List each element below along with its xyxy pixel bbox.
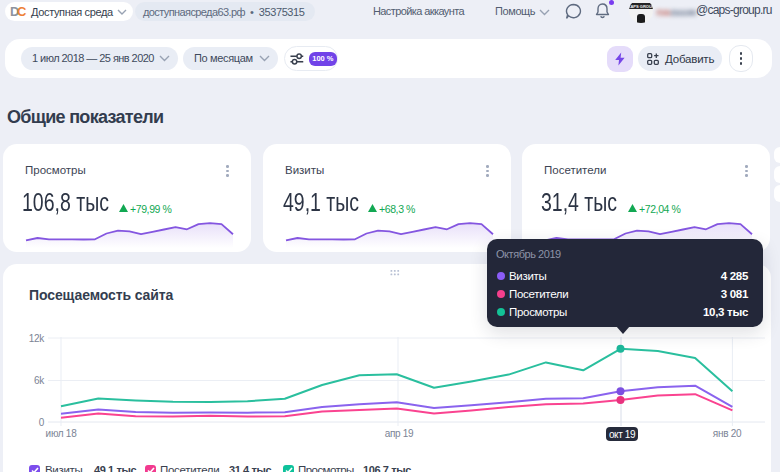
svg-text:янв 20: янв 20 (713, 428, 742, 439)
svg-text:0: 0 (39, 417, 45, 428)
svg-text:июл 18: июл 18 (46, 428, 78, 439)
svg-text:апр 19: апр 19 (385, 428, 414, 439)
svg-text:12k: 12k (29, 333, 46, 344)
svg-text:6k: 6k (34, 375, 45, 386)
